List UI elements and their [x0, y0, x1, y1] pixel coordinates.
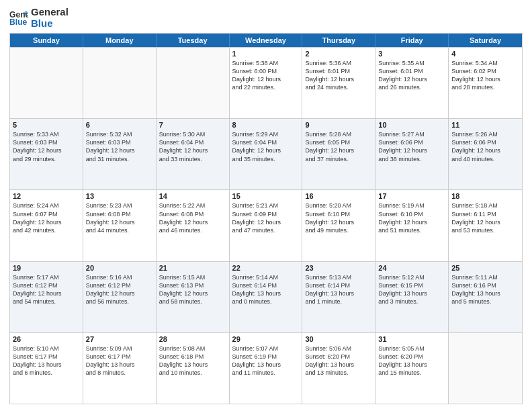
day-number: 17 — [378, 192, 445, 200]
calendar-cell-26: 26Sunrise: 5:10 AM Sunset: 6:17 PM Dayli… — [10, 333, 83, 404]
calendar-cell-31: 31Sunrise: 5:05 AM Sunset: 6:20 PM Dayli… — [375, 333, 449, 404]
calendar-cell-2: 2Sunrise: 5:36 AM Sunset: 6:01 PM Daylig… — [302, 48, 375, 118]
calendar-cell-1: 1Sunrise: 5:38 AM Sunset: 6:00 PM Daylig… — [230, 48, 303, 118]
day-number: 29 — [232, 335, 300, 343]
cell-info: Sunrise: 5:15 AM Sunset: 6:13 PM Dayligh… — [159, 273, 226, 306]
calendar: SundayMondayTuesdayWednesdayThursdayFrid… — [9, 33, 523, 404]
day-number: 19 — [13, 264, 80, 272]
day-number: 18 — [451, 192, 519, 200]
day-number: 16 — [305, 192, 372, 200]
calendar-cell-20: 20Sunrise: 5:16 AM Sunset: 6:12 PM Dayli… — [83, 262, 157, 332]
calendar-cell-5: 5Sunrise: 5:33 AM Sunset: 6:03 PM Daylig… — [10, 119, 83, 189]
day-number: 7 — [159, 121, 226, 129]
calendar-cell-24: 24Sunrise: 5:12 AM Sunset: 6:15 PM Dayli… — [375, 262, 449, 332]
cell-info: Sunrise: 5:07 AM Sunset: 6:19 PM Dayligh… — [232, 345, 300, 377]
cell-info: Sunrise: 5:14 AM Sunset: 6:14 PM Dayligh… — [232, 273, 300, 306]
calendar-row-2: 12Sunrise: 5:24 AM Sunset: 6:07 PM Dayli… — [10, 189, 522, 261]
logo-icon: General Blue — [9, 9, 28, 28]
calendar-cell-17: 17Sunrise: 5:19 AM Sunset: 6:10 PM Dayli… — [375, 190, 449, 261]
cell-info: Sunrise: 5:09 AM Sunset: 6:17 PM Dayligh… — [86, 345, 153, 377]
cell-info: Sunrise: 5:18 AM Sunset: 6:11 PM Dayligh… — [451, 201, 519, 234]
day-number: 30 — [305, 335, 372, 343]
calendar-cell-6: 6Sunrise: 5:32 AM Sunset: 6:03 PM Daylig… — [83, 119, 157, 189]
cell-info: Sunrise: 5:16 AM Sunset: 6:12 PM Dayligh… — [86, 273, 153, 306]
cell-info: Sunrise: 5:24 AM Sunset: 6:07 PM Dayligh… — [13, 201, 80, 234]
header-cell-wednesday: Wednesday — [230, 34, 303, 47]
calendar-cell-14: 14Sunrise: 5:22 AM Sunset: 6:08 PM Dayli… — [157, 190, 230, 261]
day-number: 21 — [159, 264, 226, 272]
calendar-cell-13: 13Sunrise: 5:23 AM Sunset: 6:08 PM Dayli… — [83, 190, 157, 261]
calendar-row-1: 5Sunrise: 5:33 AM Sunset: 6:03 PM Daylig… — [10, 118, 522, 189]
cell-info: Sunrise: 5:20 AM Sunset: 6:10 PM Dayligh… — [305, 201, 372, 234]
calendar-cell-10: 10Sunrise: 5:27 AM Sunset: 6:06 PM Dayli… — [375, 119, 449, 189]
cell-info: Sunrise: 5:32 AM Sunset: 6:03 PM Dayligh… — [86, 130, 153, 163]
day-number: 8 — [232, 121, 300, 129]
day-number: 28 — [159, 335, 226, 343]
cell-info: Sunrise: 5:34 AM Sunset: 6:02 PM Dayligh… — [451, 59, 519, 92]
cell-info: Sunrise: 5:21 AM Sunset: 6:09 PM Dayligh… — [232, 201, 300, 234]
day-number: 6 — [86, 121, 153, 129]
calendar-cell-27: 27Sunrise: 5:09 AM Sunset: 6:17 PM Dayli… — [83, 333, 157, 404]
day-number: 9 — [305, 121, 372, 129]
day-number: 23 — [305, 264, 372, 272]
cell-info: Sunrise: 5:30 AM Sunset: 6:04 PM Dayligh… — [159, 130, 226, 163]
day-number: 27 — [86, 335, 153, 343]
header-cell-thursday: Thursday — [302, 34, 375, 47]
header-cell-friday: Friday — [375, 34, 449, 47]
calendar-cell-23: 23Sunrise: 5:13 AM Sunset: 6:14 PM Dayli… — [302, 262, 375, 332]
calendar-cell-3: 3Sunrise: 5:35 AM Sunset: 6:01 PM Daylig… — [375, 48, 449, 118]
day-number: 2 — [305, 50, 372, 58]
calendar-cell-19: 19Sunrise: 5:17 AM Sunset: 6:12 PM Dayli… — [10, 262, 83, 332]
calendar-cell-28: 28Sunrise: 5:08 AM Sunset: 6:18 PM Dayli… — [157, 333, 230, 404]
calendar-cell-30: 30Sunrise: 5:06 AM Sunset: 6:20 PM Dayli… — [302, 333, 375, 404]
calendar-cell-29: 29Sunrise: 5:07 AM Sunset: 6:19 PM Dayli… — [230, 333, 303, 404]
calendar-cell-16: 16Sunrise: 5:20 AM Sunset: 6:10 PM Dayli… — [302, 190, 375, 261]
day-number: 31 — [378, 335, 445, 343]
calendar-cell-18: 18Sunrise: 5:18 AM Sunset: 6:11 PM Dayli… — [449, 190, 522, 261]
day-number: 11 — [451, 121, 519, 129]
day-number: 1 — [232, 50, 300, 58]
calendar-cell-21: 21Sunrise: 5:15 AM Sunset: 6:13 PM Dayli… — [157, 262, 230, 332]
calendar-cell-empty-4-6 — [449, 333, 522, 404]
calendar-cell-22: 22Sunrise: 5:14 AM Sunset: 6:14 PM Dayli… — [230, 262, 303, 332]
calendar-row-4: 26Sunrise: 5:10 AM Sunset: 6:17 PM Dayli… — [10, 332, 522, 404]
day-number: 12 — [13, 192, 80, 200]
cell-info: Sunrise: 5:29 AM Sunset: 6:04 PM Dayligh… — [232, 130, 300, 163]
day-number: 14 — [159, 192, 226, 200]
cell-info: Sunrise: 5:06 AM Sunset: 6:20 PM Dayligh… — [305, 345, 372, 377]
calendar-cell-4: 4Sunrise: 5:34 AM Sunset: 6:02 PM Daylig… — [449, 48, 522, 118]
calendar-cell-8: 8Sunrise: 5:29 AM Sunset: 6:04 PM Daylig… — [230, 119, 303, 189]
cell-info: Sunrise: 5:27 AM Sunset: 6:06 PM Dayligh… — [378, 130, 445, 163]
calendar-cell-7: 7Sunrise: 5:30 AM Sunset: 6:04 PM Daylig… — [157, 119, 230, 189]
day-number: 25 — [451, 264, 519, 272]
cell-info: Sunrise: 5:28 AM Sunset: 6:05 PM Dayligh… — [305, 130, 372, 163]
cell-info: Sunrise: 5:38 AM Sunset: 6:00 PM Dayligh… — [232, 59, 300, 92]
cell-info: Sunrise: 5:11 AM Sunset: 6:16 PM Dayligh… — [451, 273, 519, 306]
day-number: 24 — [378, 264, 445, 272]
cell-info: Sunrise: 5:33 AM Sunset: 6:03 PM Dayligh… — [13, 130, 80, 163]
cell-info: Sunrise: 5:26 AM Sunset: 6:06 PM Dayligh… — [451, 130, 519, 163]
logo: General Blue General Blue — [9, 7, 69, 29]
svg-text:Blue: Blue — [9, 17, 28, 27]
day-number: 20 — [86, 264, 153, 272]
cell-info: Sunrise: 5:22 AM Sunset: 6:08 PM Dayligh… — [159, 201, 226, 234]
calendar-cell-empty-0-0 — [10, 48, 83, 118]
header-cell-tuesday: Tuesday — [157, 34, 230, 47]
calendar-cell-12: 12Sunrise: 5:24 AM Sunset: 6:07 PM Dayli… — [10, 190, 83, 261]
cell-info: Sunrise: 5:12 AM Sunset: 6:15 PM Dayligh… — [378, 273, 445, 306]
header-cell-monday: Monday — [83, 34, 157, 47]
calendar-cell-empty-0-2 — [157, 48, 230, 118]
logo-text-blue: Blue — [31, 18, 69, 30]
header-cell-saturday: Saturday — [449, 34, 522, 47]
calendar-cell-25: 25Sunrise: 5:11 AM Sunset: 6:16 PM Dayli… — [449, 262, 522, 332]
calendar-header: SundayMondayTuesdayWednesdayThursdayFrid… — [10, 34, 522, 47]
day-number: 10 — [378, 121, 445, 129]
cell-info: Sunrise: 5:35 AM Sunset: 6:01 PM Dayligh… — [378, 59, 445, 92]
cell-info: Sunrise: 5:36 AM Sunset: 6:01 PM Dayligh… — [305, 59, 372, 92]
logo-text-general: General — [31, 7, 69, 18]
cell-info: Sunrise: 5:13 AM Sunset: 6:14 PM Dayligh… — [305, 273, 372, 306]
day-number: 5 — [13, 121, 80, 129]
cell-info: Sunrise: 5:23 AM Sunset: 6:08 PM Dayligh… — [86, 201, 153, 234]
cell-info: Sunrise: 5:10 AM Sunset: 6:17 PM Dayligh… — [13, 345, 80, 377]
day-number: 15 — [232, 192, 300, 200]
